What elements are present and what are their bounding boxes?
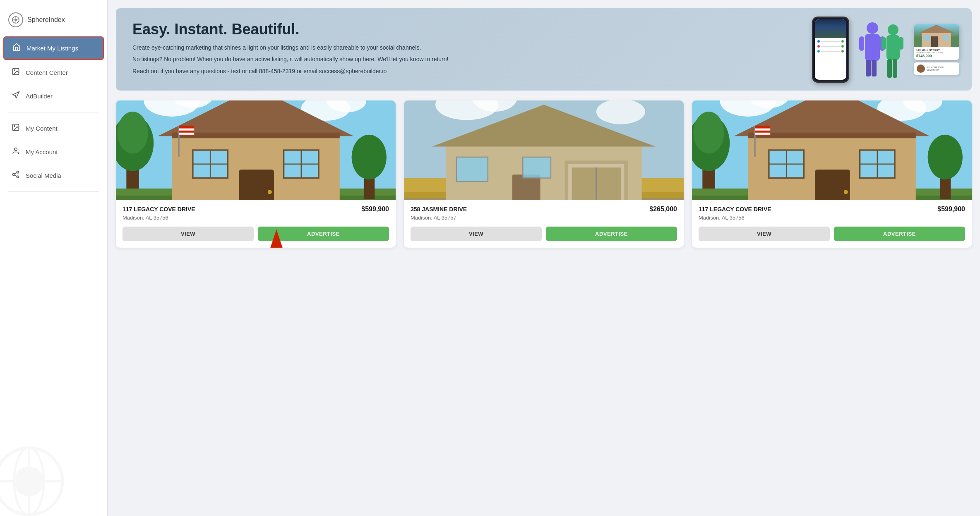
sidebar-logo[interactable]: SphereIndex	[0, 8, 107, 36]
svg-rect-27	[882, 37, 886, 50]
people-svg	[857, 17, 906, 83]
svg-point-54	[268, 190, 272, 194]
share-icon	[12, 170, 20, 181]
listing-actions-2: VIEW ADVERTISE	[411, 227, 677, 241]
svg-rect-18	[865, 34, 880, 61]
phone-screen	[815, 19, 846, 80]
sphere-index-icon	[8, 12, 23, 27]
listing-address-3: 117 LEGACY COVE DRIVE	[699, 206, 771, 213]
svg-rect-21	[859, 36, 864, 51]
svg-point-10	[13, 174, 15, 176]
svg-rect-109	[755, 133, 770, 135]
svg-point-89	[693, 112, 724, 153]
svg-point-23	[888, 24, 898, 35]
svg-point-16	[14, 448, 44, 515]
mini-agent-label: WELCOME TO MY COMMUNITY	[927, 66, 956, 72]
image-icon	[12, 67, 20, 78]
arrow-spacer	[116, 248, 972, 272]
megaphone-icon	[12, 91, 20, 101]
listing-card-body-2: 358 JASMINE DRIVE $265,000 Madison, AL 3…	[404, 200, 684, 248]
listing-header-2: 358 JASMINE DRIVE $265,000	[411, 205, 677, 213]
svg-rect-101	[815, 170, 850, 200]
svg-rect-108	[755, 129, 770, 131]
svg-rect-28	[899, 37, 903, 50]
view-button-2[interactable]: VIEW	[411, 227, 542, 241]
listing-card-1: 117 LEGACY COVE DRIVE $599,900 Madison, …	[116, 100, 396, 248]
svg-point-105	[928, 135, 963, 179]
advertise-button-1[interactable]: ADVERTISE	[258, 227, 389, 241]
sidebar-item-label: Social Media	[26, 172, 61, 179]
svg-point-17	[867, 22, 878, 34]
sidebar-item-my-content[interactable]: My Content	[3, 117, 104, 139]
svg-point-41	[117, 112, 148, 153]
advertise-button-3[interactable]: ADVERTISE	[834, 227, 965, 241]
sidebar-nav: Market My Listings Content Center AdBuil…	[0, 36, 107, 196]
listing-card-3: 117 LEGACY COVE DRIVE $599,900 Madison, …	[692, 100, 972, 248]
listing-header-3: 117 LEGACY COVE DRIVE $599,900	[699, 205, 965, 213]
people-figure	[857, 17, 906, 83]
listing-image-1	[116, 100, 396, 200]
sidebar-item-my-account[interactable]: My Account	[3, 141, 104, 163]
svg-point-57	[352, 135, 387, 179]
sidebar-item-market-my-listings[interactable]: Market My Listings	[3, 36, 104, 60]
svg-rect-33	[943, 36, 949, 41]
listing-card-body-3: 117 LEGACY COVE DRIVE $599,900 Madison, …	[692, 200, 972, 248]
svg-point-5	[14, 70, 15, 71]
sidebar-item-label: My Account	[26, 148, 58, 155]
sidebar-item-adbuilder[interactable]: AdBuilder	[3, 85, 104, 107]
mini-listing-card: 123 MAIN STREET ANYWHERE, US 12345 $745,…	[914, 24, 959, 60]
svg-rect-24	[886, 35, 900, 60]
svg-rect-20	[872, 60, 877, 76]
listing-city-1: Madison, AL 35756	[122, 215, 389, 221]
sidebar-item-social-media[interactable]: Social Media	[3, 165, 104, 186]
view-button-1[interactable]: VIEW	[122, 227, 254, 241]
svg-rect-60	[179, 129, 194, 131]
person-icon	[12, 147, 20, 157]
sidebar-item-content-center[interactable]: Content Center	[3, 62, 104, 84]
banner-text: Easy. Instant. Beautiful. Create eye-cat…	[132, 21, 448, 78]
listing-city-2: Madison, AL 35757	[411, 215, 677, 221]
svg-point-8	[14, 148, 17, 151]
svg-point-102	[844, 190, 848, 194]
listing-price-2: $265,000	[649, 205, 677, 213]
listing-image-3	[692, 100, 972, 200]
svg-line-12	[14, 175, 17, 176]
main-content: Easy. Instant. Beautiful. Create eye-cat…	[108, 0, 980, 516]
phone-house-image	[815, 19, 846, 38]
svg-rect-32	[924, 36, 930, 41]
svg-point-14	[0, 448, 62, 515]
svg-marker-30	[918, 25, 955, 33]
svg-rect-26	[893, 59, 897, 78]
banner: Easy. Instant. Beautiful. Create eye-cat…	[116, 8, 972, 91]
listing-card-body-1: 117 LEGACY COVE DRIVE $599,900 Madison, …	[116, 200, 396, 248]
banner-line-2: No listings? No problem! When you do hav…	[132, 55, 448, 64]
svg-line-13	[14, 172, 17, 174]
banner-title: Easy. Instant. Beautiful.	[132, 21, 448, 38]
banner-line-3: Reach out if you have any questions - te…	[132, 67, 448, 76]
svg-point-7	[14, 126, 15, 127]
svg-rect-53	[239, 170, 274, 200]
sidebar-logo-text: SphereIndex	[27, 16, 65, 24]
listings-grid: 117 LEGACY COVE DRIVE $599,900 Madison, …	[116, 100, 972, 248]
listing-price-1: $599,900	[361, 205, 389, 213]
listing-address-1: 117 LEGACY COVE DRIVE	[122, 206, 195, 213]
listing-actions-3: VIEW ADVERTISE	[699, 227, 965, 241]
mini-card-price: $745,000	[916, 54, 957, 58]
svg-rect-61	[179, 133, 194, 135]
mini-agent-card: WELCOME TO MY COMMUNITY	[914, 62, 959, 75]
view-button-3[interactable]: VIEW	[699, 227, 830, 241]
svg-point-11	[17, 176, 19, 178]
sidebar-item-label: Content Center	[26, 69, 68, 76]
listing-city-3: Madison, AL 35756	[699, 215, 965, 221]
svg-rect-19	[866, 60, 871, 76]
svg-rect-77	[456, 157, 488, 182]
advertise-button-2[interactable]: ADVERTISE	[546, 227, 677, 241]
listing-card-2: ©MV 358 JASMINE DRIVE $265,000 Madison, …	[404, 100, 684, 248]
banner-illustration: 123 MAIN STREET ANYWHERE, US 12345 $745,…	[812, 17, 959, 83]
listing-image-2: ©MV	[404, 100, 684, 200]
svg-point-9	[17, 171, 19, 173]
watermark-icon	[0, 444, 66, 516]
listing-address-2: 358 JASMINE DRIVE	[411, 206, 467, 213]
svg-rect-78	[523, 157, 551, 178]
sidebar-item-label: My Content	[26, 125, 58, 132]
